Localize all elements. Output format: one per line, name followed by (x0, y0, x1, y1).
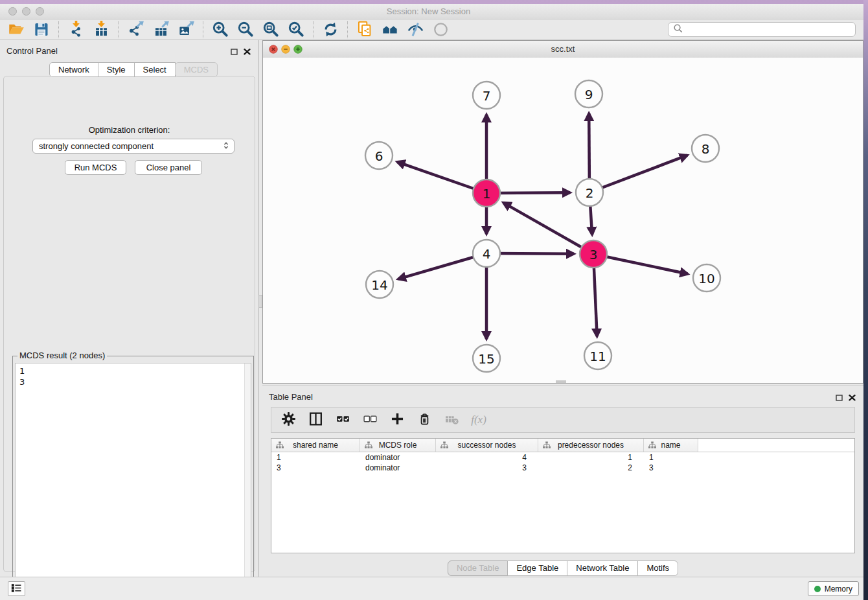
node-14[interactable]: 14 (366, 271, 393, 298)
import-table-button[interactable] (91, 20, 111, 40)
export-image-button[interactable] (176, 20, 196, 40)
tab-style[interactable]: Style (98, 62, 135, 77)
refresh-button[interactable] (321, 20, 340, 40)
main-titlebar[interactable]: Session: New Session (0, 4, 863, 19)
svg-text:8: 8 (702, 141, 710, 157)
zoom-out-button[interactable] (236, 20, 255, 40)
main-toolbar (0, 19, 863, 40)
column-header-successor-nodes[interactable]: successor nodes (436, 439, 538, 452)
tab-edge-table[interactable]: Edge Table (507, 560, 567, 576)
node-1[interactable]: 1 (473, 179, 500, 207)
clone-network-button[interactable] (355, 20, 374, 40)
show-all-icon (432, 21, 450, 38)
node-9[interactable]: 9 (575, 80, 602, 108)
close-table-panel-icon[interactable] (849, 392, 856, 404)
node-2[interactable]: 2 (576, 179, 603, 206)
select-all-button[interactable] (334, 411, 352, 429)
mcds-result-textarea[interactable]: 13 (15, 363, 251, 600)
zoom-selected-button[interactable] (286, 20, 306, 40)
node-10[interactable]: 10 (693, 264, 720, 292)
export-network-button[interactable] (126, 20, 145, 40)
cell[interactable]: 1 (644, 453, 698, 462)
node-8[interactable]: 8 (692, 135, 719, 162)
column-header-name[interactable]: name (644, 439, 698, 452)
svg-text:11: 11 (589, 349, 606, 364)
node-11[interactable]: 11 (584, 342, 611, 369)
zoom-fit-button[interactable] (261, 20, 280, 40)
desktop-wallpaper-right (863, 0, 868, 600)
cell[interactable]: 1 (271, 453, 360, 462)
float-panel-icon[interactable] (231, 46, 238, 58)
toolbar-separator (58, 21, 59, 38)
criterion-dropdown[interactable]: strongly connected component (32, 139, 234, 154)
close-panel-icon[interactable] (244, 46, 251, 58)
add-row-icon (389, 411, 405, 429)
add-row-button[interactable] (388, 411, 406, 429)
cell[interactable]: 3 (271, 463, 360, 472)
canvas-resize-handle[interactable] (556, 380, 566, 383)
zoom-selected-icon (288, 21, 305, 38)
save-session-button[interactable] (32, 20, 51, 40)
memory-button[interactable]: Memory (808, 581, 859, 596)
column-view-button[interactable] (306, 411, 325, 429)
table-options-button[interactable] (279, 411, 297, 429)
cell[interactable]: 1 (538, 453, 644, 462)
edge-3-10[interactable] (593, 254, 688, 274)
delete-table-icon (444, 411, 460, 429)
tab-select[interactable]: Select (134, 62, 176, 77)
node-7[interactable]: 7 (473, 82, 500, 109)
node-4[interactable]: 4 (473, 240, 500, 267)
node-15[interactable]: 15 (473, 345, 500, 372)
toolbar-separator (313, 21, 314, 38)
cell[interactable]: 2 (538, 463, 644, 472)
table-row[interactable]: 3dominator323 (271, 463, 854, 473)
show-all-button[interactable] (431, 20, 450, 40)
criterion-value: strongly connected component (39, 141, 154, 151)
run-mcds-button[interactable]: Run MCDS (65, 160, 126, 175)
cell[interactable]: 3 (436, 463, 538, 472)
result-scrollbar[interactable] (244, 363, 251, 600)
task-history-button[interactable] (8, 581, 25, 596)
delete-row-button[interactable] (415, 411, 433, 429)
import-table-icon (93, 21, 110, 38)
table-row[interactable]: 1dominator411 (271, 452, 854, 463)
export-image-icon (177, 21, 195, 38)
svg-text:15: 15 (478, 351, 494, 367)
tab-node-table[interactable]: Node Table (448, 560, 508, 576)
column-header-mcds-role[interactable]: MCDS role (360, 439, 436, 452)
column-label: MCDS role (379, 441, 417, 450)
tab-motifs[interactable]: Motifs (637, 560, 678, 576)
cell[interactable]: dominator (360, 463, 436, 472)
float-table-panel-icon[interactable] (836, 392, 843, 404)
edge-3-1[interactable] (503, 203, 593, 254)
import-network-button[interactable] (66, 20, 86, 40)
export-table-button[interactable] (151, 20, 170, 40)
network-canvas[interactable]: 7968124314101511 (263, 58, 863, 383)
tab-mcds[interactable]: MCDS (175, 62, 218, 77)
cell[interactable]: 4 (436, 453, 538, 462)
search-input[interactable] (686, 25, 855, 35)
open-session-button[interactable] (6, 20, 26, 40)
network-window-title: scc.txt (263, 44, 863, 54)
column-label: successor nodes (457, 441, 516, 450)
search-box[interactable] (668, 22, 856, 37)
refresh-icon (322, 21, 339, 38)
column-header-predecessor-nodes[interactable]: predecessor nodes (538, 439, 644, 452)
node-3[interactable]: 3 (580, 240, 607, 268)
zoom-in-button[interactable] (211, 20, 230, 40)
node-6[interactable]: 6 (365, 142, 393, 169)
column-header-shared-name[interactable]: shared name (271, 439, 360, 452)
cell[interactable]: 3 (644, 463, 698, 472)
table-toolbar: f(x) (271, 407, 855, 433)
tab-network-table[interactable]: Network Table (567, 560, 638, 576)
hide-selected-button[interactable] (405, 20, 425, 40)
network-window-titlebar[interactable]: scc.txt (263, 41, 863, 58)
first-neighbors-button[interactable] (380, 20, 400, 40)
status-bar: Memory (0, 577, 863, 600)
tab-network[interactable]: Network (49, 62, 98, 77)
unselect-all-button[interactable] (361, 411, 379, 429)
node-table[interactable]: shared nameMCDS rolesuccessor nodesprede… (271, 438, 855, 553)
edge-2-8[interactable] (589, 156, 687, 192)
cell[interactable]: dominator (360, 453, 436, 462)
close-panel-button[interactable]: Close panel (135, 160, 202, 175)
